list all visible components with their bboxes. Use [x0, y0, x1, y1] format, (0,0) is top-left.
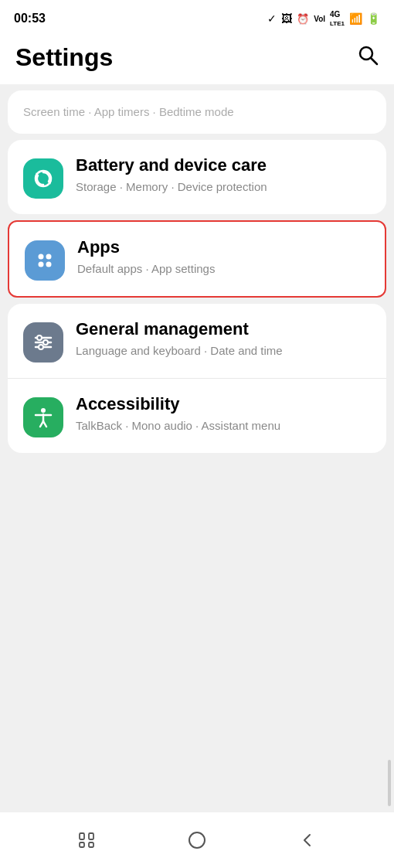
navigation-bar — [0, 812, 394, 868]
apps-title: Apps — [77, 237, 369, 257]
4g-label: 4GLTE1 — [330, 10, 345, 27]
svg-point-5 — [39, 254, 44, 260]
general-management-subtitle: Language and keyboard · Date and time — [76, 342, 371, 359]
apps-icon-container — [25, 240, 65, 281]
check-icon: ✓ — [267, 12, 277, 25]
scrollbar[interactable] — [388, 760, 391, 806]
svg-rect-22 — [80, 842, 84, 847]
battery-subtitle: Storage · Memory · Device protection — [76, 179, 371, 195]
svg-rect-21 — [89, 833, 93, 839]
svg-rect-20 — [80, 833, 84, 839]
settings-header: Settings — [0, 37, 394, 84]
search-button[interactable] — [357, 44, 379, 71]
svg-point-13 — [43, 340, 48, 345]
vol-label: Vol — [314, 15, 325, 23]
general-management-item[interactable]: General management Language and keyboard… — [8, 304, 386, 378]
svg-point-15 — [41, 408, 46, 413]
battery-title: Battery and device care — [76, 155, 371, 175]
home-button[interactable] — [182, 825, 212, 856]
svg-point-6 — [46, 254, 52, 260]
digital-wellbeing-card[interactable]: Screen time · App timers · Bedtime mode — [8, 90, 386, 134]
svg-point-8 — [46, 262, 52, 267]
svg-rect-23 — [89, 842, 93, 847]
digital-wellbeing-breadcrumb: Screen time · App timers · Bedtime mode — [23, 103, 234, 121]
battery-item[interactable]: Battery and device care Storage · Memory… — [8, 140, 386, 214]
apps-subtitle: Default apps · App settings — [77, 260, 369, 277]
recent-apps-button[interactable] — [71, 825, 102, 856]
svg-point-14 — [39, 345, 43, 349]
battery-card[interactable]: Battery and device care Storage · Memory… — [8, 140, 386, 214]
time-display: 00:53 — [14, 12, 46, 26]
general-accessibility-card[interactable]: General management Language and keyboard… — [8, 304, 386, 453]
signal-icon: 📶 — [349, 12, 362, 25]
back-button[interactable] — [292, 825, 323, 856]
accessibility-subtitle: TalkBack · Mono audio · Assistant menu — [76, 417, 371, 434]
status-bar: 00:53 ✓ 🖼 ⏰ Vol 4GLTE1 📶 🔋 — [0, 0, 394, 37]
battery-icon-container — [23, 158, 63, 199]
accessibility-icon-container — [23, 397, 63, 437]
battery-text: Battery and device care Storage · Memory… — [76, 155, 371, 195]
apps-card[interactable]: Apps Default apps · App settings — [8, 220, 386, 298]
accessibility-title: Accessibility — [76, 394, 371, 414]
battery-icon: 🔋 — [367, 12, 380, 25]
svg-line-19 — [43, 421, 46, 427]
accessibility-text: Accessibility TalkBack · Mono audio · As… — [76, 394, 371, 434]
alarm-icon: ⏰ — [297, 13, 309, 25]
apps-item[interactable]: Apps Default apps · App settings — [9, 222, 385, 296]
svg-rect-24 — [189, 832, 205, 848]
image-icon: 🖼 — [281, 12, 292, 25]
svg-point-12 — [37, 335, 42, 340]
general-management-title: General management — [76, 319, 371, 339]
status-icons: ✓ 🖼 ⏰ Vol 4GLTE1 📶 🔋 — [267, 10, 380, 27]
page-title: Settings — [15, 43, 113, 72]
apps-text: Apps Default apps · App settings — [77, 237, 369, 277]
digital-wellbeing-item[interactable]: Screen time · App timers · Bedtime mode — [8, 90, 386, 134]
svg-line-1 — [371, 58, 377, 64]
general-management-icon-container — [23, 322, 63, 363]
accessibility-item[interactable]: Accessibility TalkBack · Mono audio · As… — [8, 378, 386, 453]
svg-point-7 — [39, 262, 44, 267]
general-management-text: General management Language and keyboard… — [76, 319, 371, 359]
